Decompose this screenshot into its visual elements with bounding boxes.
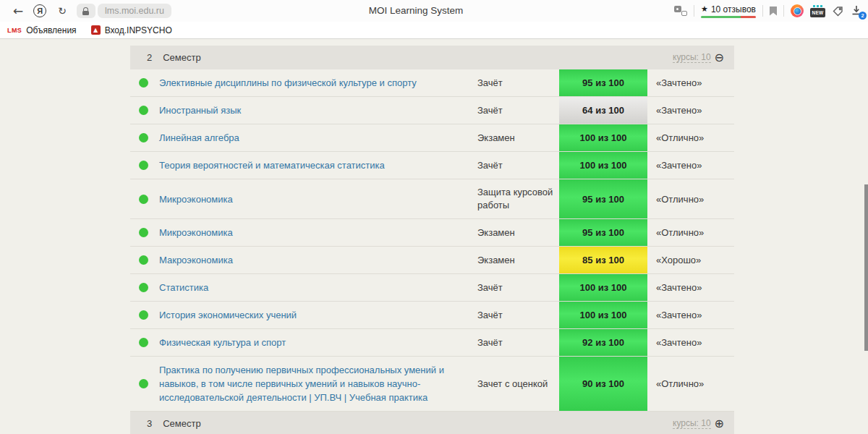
collapse-section-icon[interactable]: ⊖ [715, 52, 724, 64]
control-type: Экзамен [477, 247, 559, 273]
rating-bar [701, 16, 756, 18]
grade-value: «Зачтено» [647, 160, 734, 171]
bookmark-item-announcements[interactable]: LMS Объявления [7, 25, 77, 35]
status-dot-icon [139, 195, 148, 204]
grade-value: «Зачтено» [647, 282, 734, 293]
courses-count-link[interactable]: курсы: 10 [673, 52, 711, 63]
control-type: Зачёт [477, 302, 559, 328]
control-type: Зачет с оценкой [477, 371, 559, 397]
course-link[interactable]: Микроэкономика [159, 186, 477, 213]
status-dot-icon [139, 228, 148, 237]
course-link[interactable]: Статистика [159, 274, 477, 301]
score-cell: 90 из 100 [559, 357, 647, 411]
semester-title: Семестр [163, 418, 200, 429]
lms-logo-icon: LMS [7, 27, 22, 34]
download-count-badge: 2 [859, 12, 867, 20]
status-dot-icon [139, 78, 148, 88]
course-link[interactable]: Макроэкономика [159, 247, 477, 273]
grade-row: Микроэкономика Экзамен 95 из 100 «Отличн… [130, 219, 734, 247]
course-link[interactable]: Микроэкономика [159, 219, 477, 246]
extension-icon[interactable] [791, 4, 804, 17]
star-icon: ★ [701, 4, 708, 14]
grade-row: Статистика Зачёт 100 из 100 «Зачтено» [130, 274, 734, 302]
grade-value: «Зачтено» [647, 310, 734, 320]
grade-row: Практика по получению первичных професси… [130, 357, 734, 412]
lms-page: 2 Семестр курсы: 10 ⊖ Элективные дисципл… [0, 40, 868, 434]
status-dot-icon [139, 133, 148, 142]
grade-row: Макроэкономика Экзамен 85 из 100 «Хорошо… [130, 247, 734, 274]
score-cell: 95 из 100 [559, 69, 647, 96]
rating-label: 10 отзывов [711, 4, 756, 14]
lock-icon [83, 7, 88, 11]
course-link[interactable]: Линейная алгебра [159, 124, 477, 151]
grade-row: Теория вероятностей и математическая ста… [130, 152, 734, 179]
control-type: Зачёт [477, 70, 559, 96]
control-type: Защита курсовой работы [477, 179, 559, 218]
status-dot-icon [139, 338, 148, 347]
collections-tag-icon[interactable] [832, 5, 844, 17]
new-badge: NEW [810, 8, 825, 17]
toolbar-separator [694, 5, 694, 17]
grade-row: История экономических учений Зачёт 100 и… [130, 302, 734, 329]
browser-toolbar: ← Я ↻ lms.moi.edu.ru MOI Learning System… [0, 0, 868, 22]
status-dot-icon [139, 379, 148, 388]
course-link[interactable]: Элективные дисциплины по физической куль… [159, 69, 477, 96]
bookmark-icon[interactable] [770, 7, 777, 16]
grade-row: Иностранный язык Зачёт 64 из 100 «Зачтен… [130, 97, 734, 124]
bookmarks-bar: LMS Объявления ▲ Вход.INPSYCHO [0, 22, 868, 39]
grade-row: Элективные дисциплины по физической куль… [130, 69, 734, 97]
grade-value: «Зачтено» [647, 105, 734, 116]
score-cell: 100 из 100 [559, 124, 647, 151]
new-extension-icon[interactable]: NEW [810, 5, 825, 17]
course-link[interactable]: Теория вероятностей и математическая ста… [159, 152, 477, 179]
score-cell: 100 из 100 [559, 274, 647, 301]
grade-value: «Хорошо» [647, 255, 734, 265]
protect-chat-icon[interactable] [674, 6, 687, 16]
expand-section-icon[interactable]: ⊕ [715, 418, 724, 430]
status-dot-icon [139, 255, 148, 265]
status-dot-icon [139, 106, 148, 115]
grades-rows: Элективные дисциплины по физической куль… [130, 69, 734, 412]
grade-row: Микроэкономика Защита курсовой работы 95… [130, 179, 734, 219]
control-type: Зачёт [477, 330, 559, 356]
reload-button[interactable]: ↻ [58, 5, 67, 17]
grade-value: «Отлично» [647, 194, 734, 205]
status-dot-icon [139, 161, 148, 170]
grades-table: 2 Семестр курсы: 10 ⊖ Элективные дисципл… [130, 46, 734, 434]
course-link[interactable]: Физическая культура и спорт [159, 329, 477, 356]
semester-2-header: 2 Семестр курсы: 10 ⊖ [130, 46, 734, 69]
semester-3-header: 3 Семестр курсы: 10 ⊕ [130, 412, 734, 434]
site-rating-button[interactable]: ★ 10 отзывов [701, 4, 756, 18]
course-link[interactable]: Практика по получению первичных професси… [159, 357, 477, 411]
control-type: Экзамен [477, 220, 559, 246]
control-type: Зачёт [477, 153, 559, 179]
grade-value: «Зачтено» [647, 337, 734, 348]
inpsycho-shield-icon: ▲ [91, 25, 101, 35]
control-type: Зачёт [477, 98, 559, 124]
grade-row: Физическая культура и спорт Зачёт 92 из … [130, 329, 734, 357]
score-cell: 95 из 100 [559, 179, 647, 218]
toolbar-separator [783, 5, 784, 17]
grade-row: Линейная алгебра Экзамен 100 из 100 «Отл… [130, 124, 734, 152]
bookmark-item-inpsycho[interactable]: ▲ Вход.INPSYCHO [91, 25, 172, 35]
score-cell: 95 из 100 [559, 219, 647, 246]
course-link[interactable]: История экономических учений [159, 302, 477, 328]
score-cell: 92 из 100 [559, 329, 647, 356]
control-type: Экзамен [477, 125, 559, 151]
score-cell: 100 из 100 [559, 152, 647, 179]
course-link[interactable]: Иностранный язык [159, 97, 477, 124]
grade-value: «Отлично» [647, 378, 734, 389]
address-bar[interactable]: lms.moi.edu.ru [98, 4, 171, 18]
courses-count-link[interactable]: курсы: 10 [673, 418, 711, 429]
tab-title: MOI Learning System [369, 5, 464, 16]
downloads-button[interactable]: 2 [851, 4, 864, 17]
control-type: Зачёт [477, 275, 559, 301]
score-cell: 64 из 100 [559, 97, 647, 124]
yandex-browser-icon[interactable]: Я [33, 4, 46, 17]
status-dot-icon [139, 310, 148, 320]
status-dot-icon [139, 283, 148, 292]
back-button[interactable]: ← [13, 4, 23, 18]
toolbar-separator [762, 5, 763, 17]
site-security-button[interactable] [77, 4, 95, 18]
scrollbar-thumb[interactable] [864, 184, 868, 351]
